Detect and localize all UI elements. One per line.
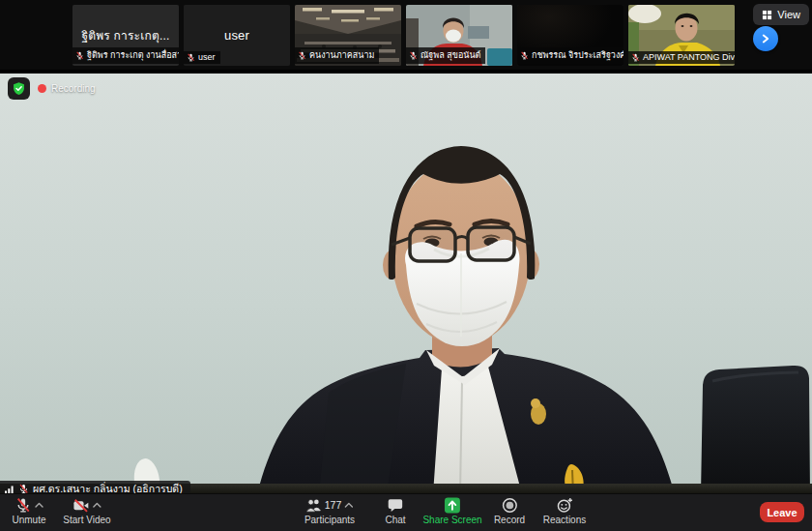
- unmute-button[interactable]: Unmute: [12, 496, 45, 525]
- participants-button[interactable]: 177 Participants: [304, 496, 355, 525]
- participant-thumbnail-2[interactable]: user user: [184, 5, 290, 66]
- participant-name-badge: ณัฐพล สุขอนันต์: [406, 47, 485, 64]
- participant-name: กชพรรณ จิรประเสริฐวงศ์: [532, 48, 624, 62]
- participant-thumbnail-1[interactable]: ฐิติพร การะเกตุ... ฐิติพร การะเกตุ งานสื…: [72, 5, 179, 66]
- mic-muted-icon: [298, 51, 306, 60]
- gallery-grid-icon: [762, 10, 772, 20]
- mic-muted-icon: [75, 51, 84, 60]
- camera-muted-icon: [72, 497, 89, 514]
- unmute-label: Unmute: [12, 515, 45, 525]
- participant-center-name: user: [224, 28, 249, 43]
- participant-name: ฐิติพร การะเกตุ งานสื่อสาร...: [87, 48, 179, 62]
- connection-signal-icon: [4, 485, 14, 494]
- participants-label: Participants: [304, 515, 355, 525]
- reactions-button[interactable]: Reactions: [543, 496, 586, 525]
- chat-bubble-icon: [388, 497, 404, 514]
- leave-button[interactable]: Leave: [760, 502, 804, 522]
- record-label: Record: [494, 515, 525, 525]
- participant-name-badge: ฐิติพร การะเกตุ งานสื่อสาร...: [72, 47, 179, 64]
- recording-dot-icon: [38, 84, 46, 93]
- audio-options-caret-icon[interactable]: [34, 502, 44, 508]
- record-icon: [502, 497, 518, 514]
- shield-check-icon: [12, 81, 26, 96]
- recording-label: Recording: [51, 83, 96, 94]
- participant-thumbnail-6[interactable]: APIWAT PANTONG Divi...: [628, 5, 735, 66]
- meeting-toolbar: Unmute Start Video 177 Participants Chat: [0, 493, 812, 531]
- meeting-status-area: Recording: [8, 77, 96, 100]
- reactions-label: Reactions: [543, 515, 586, 525]
- mic-muted-icon: [187, 53, 195, 62]
- participant-name: user: [198, 52, 216, 62]
- participants-icon: [305, 497, 322, 514]
- participant-name-badge: คนงานภาคสนาม: [295, 47, 379, 64]
- start-video-label: Start Video: [63, 515, 110, 525]
- participant-name: APIWAT PANTONG Divi...: [643, 52, 735, 62]
- next-page-button[interactable]: [753, 26, 778, 51]
- participant-thumbnail-3[interactable]: คนงานภาคสนาม: [295, 5, 401, 66]
- speaker-video-scene: [0, 74, 812, 494]
- participants-count: 177: [325, 499, 342, 511]
- chat-label: Chat: [385, 515, 405, 525]
- participant-center-name: ฐิติพร การะเกตุ...: [81, 26, 169, 44]
- participant-name-badge: APIWAT PANTONG Divi...: [628, 51, 735, 64]
- gallery-strip: ฐิติพร การะเกตุ... ฐิติพร การะเกตุ งานสื…: [0, 0, 812, 70]
- chevron-right-icon: [759, 32, 772, 45]
- share-screen-icon: [445, 497, 461, 514]
- participants-caret-icon[interactable]: [344, 502, 354, 508]
- participant-thumbnail-5[interactable]: กชพรรณ จิรประเสริฐวงศ์: [517, 5, 624, 66]
- participant-thumbnail-4[interactable]: ณัฐพล สุขอนันต์: [406, 5, 512, 66]
- reactions-smiley-icon: [557, 497, 573, 514]
- recording-indicator: Recording: [38, 83, 96, 94]
- active-speaker-video: Recording: [0, 74, 812, 494]
- mic-muted-icon: [14, 497, 31, 514]
- participant-name: ณัฐพล สุขอนันต์: [420, 48, 480, 62]
- record-button[interactable]: Record: [494, 496, 525, 525]
- participant-name: คนงานภาคสนาม: [309, 48, 374, 62]
- zoom-meeting-window: ฐิติพร การะเกตุ... ฐิติพร การะเกตุ งานสื…: [0, 0, 812, 531]
- share-screen-button[interactable]: Share Screen: [422, 496, 481, 525]
- leave-label: Leave: [767, 507, 797, 518]
- security-shield-button[interactable]: [8, 77, 30, 100]
- share-screen-label: Share Screen: [422, 515, 481, 525]
- video-options-caret-icon[interactable]: [92, 502, 102, 508]
- mic-muted-icon: [631, 53, 640, 62]
- view-button[interactable]: View: [753, 4, 809, 25]
- mic-muted-icon: [520, 51, 529, 60]
- start-video-button[interactable]: Start Video: [63, 496, 110, 525]
- view-button-label: View: [777, 9, 800, 20]
- chat-button[interactable]: Chat: [385, 496, 405, 525]
- participant-name-badge: user: [184, 51, 220, 64]
- mic-muted-icon: [409, 51, 418, 60]
- participant-name-badge: กชพรรณ จิรประเสริฐวงศ์: [517, 47, 624, 64]
